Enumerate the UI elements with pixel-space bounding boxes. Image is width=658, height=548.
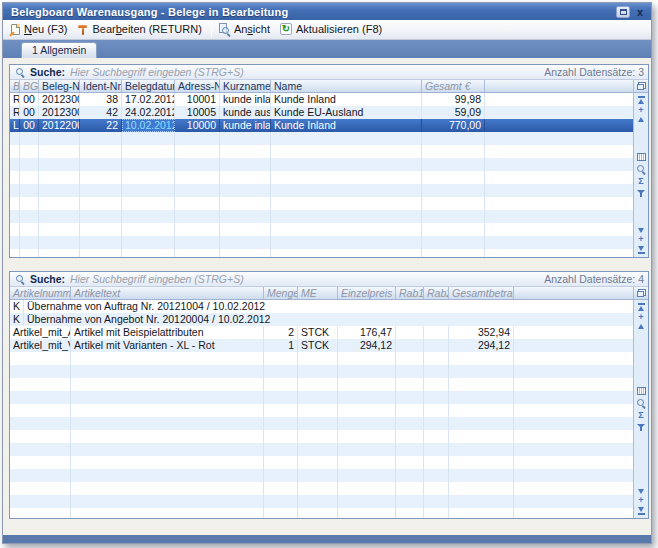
cell-bg[interactable]: 00 <box>20 119 39 132</box>
column-chooser-button[interactable] <box>634 287 648 300</box>
cell-rab1[interactable] <box>396 339 424 352</box>
table-row[interactable]: Artikel_mit_Attribu Artikel mit Beispiel… <box>10 326 633 339</box>
cell-comment-text[interactable]: Übernahme von Angebot Nr. 20120004 / 10.… <box>24 313 633 326</box>
cell-menge[interactable]: 1 <box>264 339 298 352</box>
table-row-comment[interactable]: K Übernahme von Angebot Nr. 20120004 / 1… <box>10 313 633 326</box>
column-header[interactable]: B <box>10 80 20 92</box>
close-button[interactable]: x <box>634 6 646 18</box>
cell-name[interactable]: Kunde Inland <box>271 93 422 106</box>
column-header[interactable]: Kurzname <box>220 80 271 92</box>
scroll-to-bottom-button[interactable] <box>638 507 645 515</box>
new-button[interactable]: Neu (F3) <box>7 22 73 37</box>
column-header[interactable]: ME <box>298 287 338 299</box>
restore-button[interactable] <box>616 6 630 18</box>
cell-ident-nr[interactable]: 22 <box>80 119 122 132</box>
table-row-selected[interactable]: L 00 20122003 22 10.02.2012 10000 kunde … <box>10 119 633 132</box>
cell-b[interactable]: L <box>10 119 20 132</box>
cell-rab2[interactable] <box>424 339 449 352</box>
cell-gesamt[interactable]: 770,00 <box>422 119 485 132</box>
cell-belegdatum-focused[interactable]: 10.02.2012 <box>122 119 175 132</box>
cell-menge[interactable]: 2 <box>264 326 298 339</box>
grid-sum-icon[interactable]: Σ <box>638 177 643 186</box>
scroll-up-button[interactable]: + <box>638 314 643 321</box>
column-header[interactable]: Adress-Nr. <box>175 80 220 92</box>
column-header[interactable]: Artikeltext <box>71 287 264 299</box>
table-row[interactable]: R 00 20123005 38 17.02.2012 /Fr 10001 ku… <box>10 93 633 106</box>
column-header[interactable]: Name <box>271 80 422 92</box>
column-chooser-button[interactable] <box>634 80 648 93</box>
column-header[interactable]: BG <box>20 80 39 92</box>
cell-einzelpreis[interactable]: 176,47 <box>338 326 396 339</box>
column-header[interactable]: Menge <box>264 287 298 299</box>
scroll-up-button[interactable]: + <box>638 107 643 114</box>
column-header[interactable]: Belegdatum <box>122 80 175 92</box>
cell-beleg-nr[interactable]: 20122003 <box>39 119 80 132</box>
grid-sum-icon[interactable]: Σ <box>638 411 643 420</box>
scroll-to-bottom-button[interactable] <box>638 246 645 254</box>
cell-einzelpreis[interactable]: 294,12 <box>338 339 396 352</box>
cell-adress-nr[interactable]: 10001 <box>175 93 220 106</box>
cell-artikeltext[interactable]: Artikel mit Varianten - XL - Rot <box>71 339 264 352</box>
scroll-down-button[interactable]: + <box>638 236 643 243</box>
cell-rab1[interactable] <box>396 326 424 339</box>
cell-me[interactable]: STCK <box>298 339 338 352</box>
column-header[interactable]: Rab1% <box>396 287 424 299</box>
cell-beleg-nr[interactable]: 20123005 <box>39 93 80 106</box>
cell-bg[interactable]: 00 <box>20 93 39 106</box>
cell-comment-text[interactable]: Übernahme von Auftrag Nr. 20121004 / 10.… <box>24 300 633 313</box>
cell-name[interactable]: Kunde EU-Ausland <box>271 106 422 119</box>
search-input[interactable]: Hier Suchbegriff eingeben (STRG+S) <box>70 66 539 78</box>
row-up-button[interactable] <box>638 117 644 122</box>
cell-artikelnummer[interactable]: Artikel_mit_Variant <box>10 339 71 352</box>
cell-belegdatum[interactable]: 24.02.2012 /Fr <box>122 106 175 119</box>
cell-adress-nr[interactable]: 10000 <box>175 119 220 132</box>
cell-gesamtbetrag[interactable]: 352,94 <box>449 326 514 339</box>
refresh-button[interactable]: ↻ Aktualisieren (F8) <box>276 22 388 37</box>
column-header[interactable]: Gesamtbetrag <box>449 287 514 299</box>
row-down-button[interactable] <box>638 228 644 233</box>
column-header[interactable]: Einzelpreis <box>338 287 396 299</box>
grid-columns-icon[interactable] <box>637 153 646 161</box>
view-button[interactable]: Ansicht <box>215 22 276 37</box>
cell-b[interactable]: R <box>10 106 20 119</box>
cell-gesamt[interactable]: 99,98 <box>422 93 485 106</box>
table-row[interactable]: R 00 20123008 42 24.02.2012 /Fr 10005 ku… <box>10 106 633 119</box>
row-up-button[interactable] <box>638 324 644 329</box>
table-row[interactable]: Artikel_mit_Variant Artikel mit Variante… <box>10 339 633 352</box>
column-header[interactable]: Gesamt € <box>422 80 485 92</box>
cell-b[interactable]: R <box>10 93 20 106</box>
grid-filter-icon[interactable] <box>637 189 646 198</box>
cell-me[interactable]: STCK <box>298 326 338 339</box>
search-input[interactable]: Hier Suchbegriff eingeben (STRG+S) <box>70 273 539 285</box>
tab-allgemein[interactable]: 1 Allgemein <box>21 42 97 58</box>
grid-filter-icon[interactable] <box>637 423 646 432</box>
cell-kurzname[interactable]: kunde inla <box>220 93 271 106</box>
column-header[interactable]: Beleg-Nr. <box>39 80 80 92</box>
cell-marker[interactable]: K <box>10 313 24 326</box>
column-header[interactable]: Rab2% <box>424 287 449 299</box>
cell-artikeltext[interactable]: Artikel mit Beispielattributen <box>71 326 264 339</box>
column-header[interactable]: Ident-Nr. <box>80 80 122 92</box>
cell-bg[interactable]: 00 <box>20 106 39 119</box>
cell-gesamtbetrag[interactable]: 294,12 <box>449 339 514 352</box>
grid-columns-icon[interactable] <box>637 387 646 395</box>
grid-search-icon[interactable] <box>636 398 646 408</box>
cell-artikelnummer[interactable]: Artikel_mit_Attribu <box>10 326 71 339</box>
cell-adress-nr[interactable]: 10005 <box>175 106 220 119</box>
cell-kurzname[interactable]: kunde ausl <box>220 106 271 119</box>
scroll-to-top-button[interactable] <box>638 303 645 311</box>
table-row-comment[interactable]: K Übernahme von Auftrag Nr. 20121004 / 1… <box>10 300 633 313</box>
cell-beleg-nr[interactable]: 20123008 <box>39 106 80 119</box>
scroll-down-button[interactable]: + <box>638 497 643 504</box>
cell-ident-nr[interactable]: 38 <box>80 93 122 106</box>
column-header[interactable]: Artikelnummer <box>10 287 71 299</box>
cell-gesamt[interactable]: 59,09 <box>422 106 485 119</box>
cell-kurzname[interactable]: kunde inla <box>220 119 271 132</box>
cell-ident-nr[interactable]: 42 <box>80 106 122 119</box>
cell-marker[interactable]: K <box>10 300 24 313</box>
cell-rab2[interactable] <box>424 326 449 339</box>
edit-button[interactable]: Bearbeiten (RETURN) <box>73 22 207 37</box>
cell-name[interactable]: Kunde Inland <box>271 119 422 132</box>
row-down-button[interactable] <box>638 489 644 494</box>
grid-search-icon[interactable] <box>636 164 646 174</box>
